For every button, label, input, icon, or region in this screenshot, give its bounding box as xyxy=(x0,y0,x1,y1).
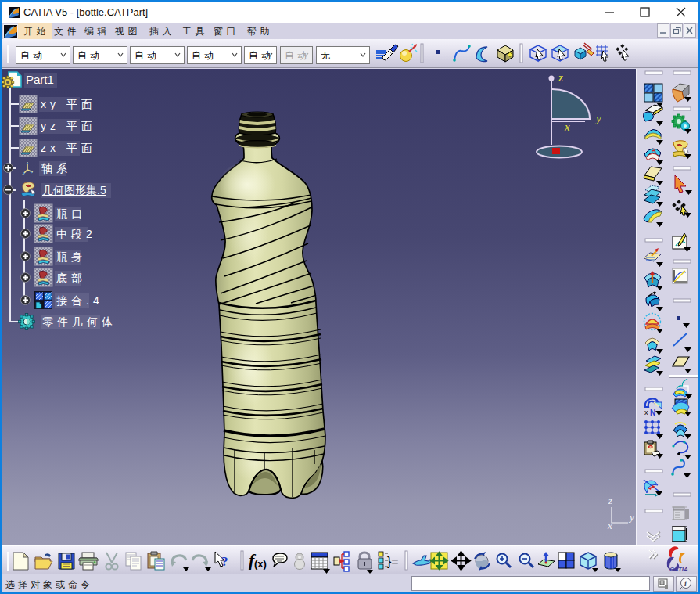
svg-text:xy 平面: xy 平面 xyxy=(41,98,96,110)
svg-text:零件几何体: 零件几何体 xyxy=(42,315,117,328)
svg-text:yz 平面: yz 平面 xyxy=(41,120,96,132)
svg-text:x: x xyxy=(644,409,648,416)
svg-text:底部: 底部 xyxy=(56,272,86,284)
svg-text:轴系: 轴系 xyxy=(41,162,71,175)
svg-text:zx 平面: zx 平面 xyxy=(41,142,96,154)
svg-text:CATIA: CATIA xyxy=(669,566,688,573)
svg-text:Part1: Part1 xyxy=(26,73,54,86)
svg-text:y: y xyxy=(594,112,601,124)
svg-text:x: x xyxy=(607,520,612,531)
svg-text:z: z xyxy=(558,71,563,84)
svg-text:几何图形集.5: 几何图形集.5 xyxy=(42,184,106,196)
svg-text:z: z xyxy=(608,495,612,506)
svg-text:(x): (x) xyxy=(254,558,267,570)
svg-text:N: N xyxy=(650,409,655,417)
svg-text:瓶身: 瓶身 xyxy=(56,250,86,263)
svg-text:?: ? xyxy=(221,554,228,569)
svg-text:x: x xyxy=(564,121,570,133)
svg-text:中段2: 中段2 xyxy=(56,228,96,240)
svg-text:瓶口: 瓶口 xyxy=(56,207,86,220)
svg-text:y: y xyxy=(628,511,634,523)
svg-text:}=: }= xyxy=(387,555,399,568)
svg-text:i: i xyxy=(684,579,687,588)
svg-text:接合.4: 接合.4 xyxy=(56,294,103,307)
